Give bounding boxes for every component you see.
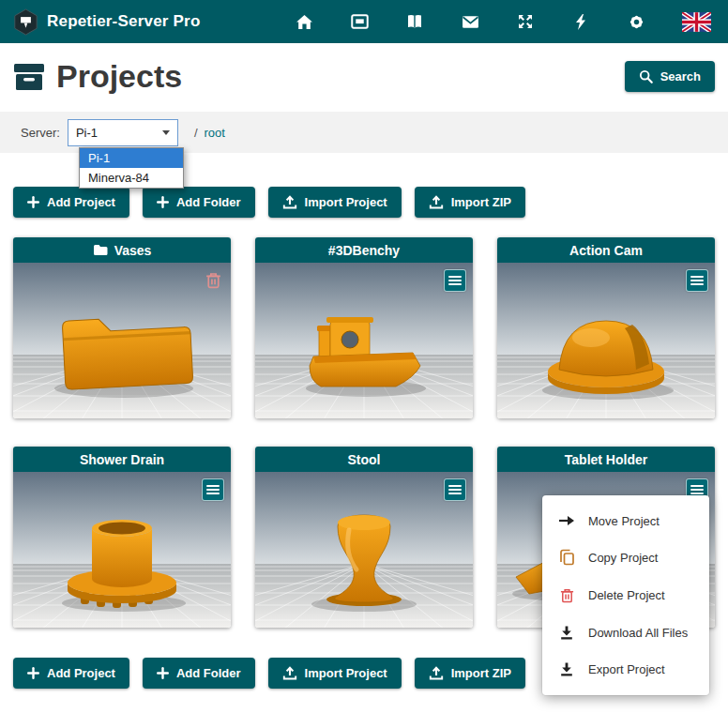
card-menu-button[interactable] (202, 478, 224, 501)
import-project-button[interactable]: Import Project (268, 187, 402, 218)
repetier-logo-icon (13, 8, 38, 36)
menu-item-download-all-files[interactable]: Download All Files (542, 614, 709, 651)
add-folder-label: Add Folder (176, 195, 241, 209)
project-preview[interactable] (255, 472, 473, 628)
menu-item-label: Delete Project (588, 588, 665, 602)
card-header: Tablet Holder (497, 447, 715, 472)
nav-book[interactable] (404, 11, 425, 32)
menu-item-label: Copy Project (588, 551, 658, 565)
project-card-shower-drain: Shower Drain (13, 447, 231, 628)
render-action-cam (497, 263, 715, 418)
import-zip-button[interactable]: Import ZIP (415, 187, 525, 218)
project-preview[interactable] (13, 472, 231, 628)
bolt-icon (574, 13, 587, 31)
card-menu-button[interactable] (686, 269, 708, 292)
page-title: Projects (56, 58, 182, 95)
breadcrumb-bar: Server: Pi-1 / root Pi-1 Minerva-84 (0, 112, 728, 153)
add-project-button[interactable]: Add Project (13, 658, 129, 689)
nav-fullscreen[interactable] (515, 11, 536, 32)
move-arrow-icon (558, 513, 575, 528)
card-header: Shower Drain (13, 447, 231, 472)
card-title: Action Cam (569, 243, 643, 258)
import-zip-button[interactable]: Import ZIP (415, 658, 525, 689)
nav-home[interactable] (294, 11, 314, 32)
mail-icon (462, 15, 479, 29)
project-context-menu: Move Project Copy Project Delete Project… (542, 495, 709, 695)
menu-item-copy-project[interactable]: Copy Project (542, 539, 709, 576)
brand-title: Repetier-Server Pro (47, 12, 200, 31)
nav-icons (294, 11, 715, 32)
menu-item-delete-project[interactable]: Delete Project (542, 576, 709, 614)
project-preview[interactable] (255, 263, 473, 418)
project-card-vases: Vases (13, 237, 231, 418)
chevron-down-icon (162, 130, 170, 135)
search-button-label: Search (660, 69, 701, 83)
projects-archive-icon (13, 63, 45, 91)
trash-icon (205, 270, 222, 290)
add-folder-button[interactable]: Add Folder (143, 658, 255, 689)
nav-printer[interactable] (349, 11, 370, 32)
add-project-button[interactable]: Add Project (13, 187, 129, 218)
download-icon (558, 661, 575, 677)
menu-item-move-project[interactable]: Move Project (542, 503, 709, 539)
card-menu-button[interactable] (444, 478, 466, 501)
card-header: Vases (13, 237, 231, 263)
import-project-button[interactable]: Import Project (268, 658, 402, 689)
upload-icon (429, 666, 444, 680)
add-folder-label: Add Folder (176, 666, 241, 680)
add-project-label: Add Project (47, 195, 115, 209)
render-stool (255, 472, 473, 628)
server-select[interactable]: Pi-1 (68, 119, 178, 146)
nav-language[interactable] (681, 11, 711, 32)
project-preview[interactable] (13, 263, 231, 418)
expand-icon (517, 13, 534, 30)
brand[interactable]: Repetier-Server Pro (13, 8, 200, 36)
flag-uk-icon (682, 12, 711, 32)
card-header: #3DBenchy (255, 237, 473, 263)
card-header: Action Cam (497, 237, 715, 263)
book-icon (406, 14, 423, 29)
select-option-pi1[interactable]: Pi-1 (80, 148, 183, 168)
search-button[interactable]: Search (625, 61, 715, 92)
import-zip-label: Import ZIP (451, 195, 511, 209)
add-folder-button[interactable]: Add Folder (143, 187, 255, 218)
nav-messages[interactable] (460, 11, 480, 32)
folder-icon (93, 244, 108, 256)
hamburger-menu-icon (206, 484, 220, 495)
upload-icon (282, 195, 297, 209)
card-title: Tablet Holder (565, 452, 647, 467)
menu-item-label: Export Project (588, 662, 665, 676)
printer-icon (351, 14, 369, 29)
hamburger-menu-icon (690, 275, 704, 286)
server-label: Server: (21, 126, 60, 140)
import-project-label: Import Project (305, 195, 387, 209)
search-icon (639, 69, 653, 83)
delete-folder-button[interactable] (203, 268, 223, 291)
project-card-action-cam: Action Cam (497, 237, 715, 418)
hamburger-menu-icon (448, 484, 462, 495)
server-select-dropdown: Pi-1 Minerva-84 (79, 147, 184, 189)
card-title: #3DBenchy (328, 243, 400, 258)
card-header: Stool (255, 447, 473, 472)
hamburger-menu-icon (448, 275, 462, 286)
toolbar-top: Add Project Add Folder Import Project Im… (0, 187, 728, 218)
project-preview[interactable] (497, 263, 715, 418)
card-title: Shower Drain (80, 452, 164, 467)
nav-settings[interactable] (626, 11, 646, 32)
add-project-label: Add Project (47, 666, 115, 680)
project-card-3dbenchy: #3DBenchy (255, 237, 473, 418)
select-option-minerva84[interactable]: Minerva-84 (80, 168, 183, 188)
server-select-value: Pi-1 (76, 126, 98, 140)
home-icon (296, 14, 313, 30)
plus-icon (27, 196, 39, 208)
breadcrumb-separator: / (194, 126, 198, 140)
card-menu-button[interactable] (444, 269, 466, 292)
project-card-stool: Stool (255, 447, 473, 628)
menu-item-export-project[interactable]: Export Project (542, 651, 709, 688)
menu-item-label: Move Project (588, 514, 660, 528)
render-shower-drain (13, 472, 231, 628)
nav-power[interactable] (570, 11, 591, 32)
import-project-label: Import Project (305, 666, 387, 680)
render-3dbenchy (255, 263, 473, 418)
breadcrumb-root-link[interactable]: root (205, 126, 225, 140)
